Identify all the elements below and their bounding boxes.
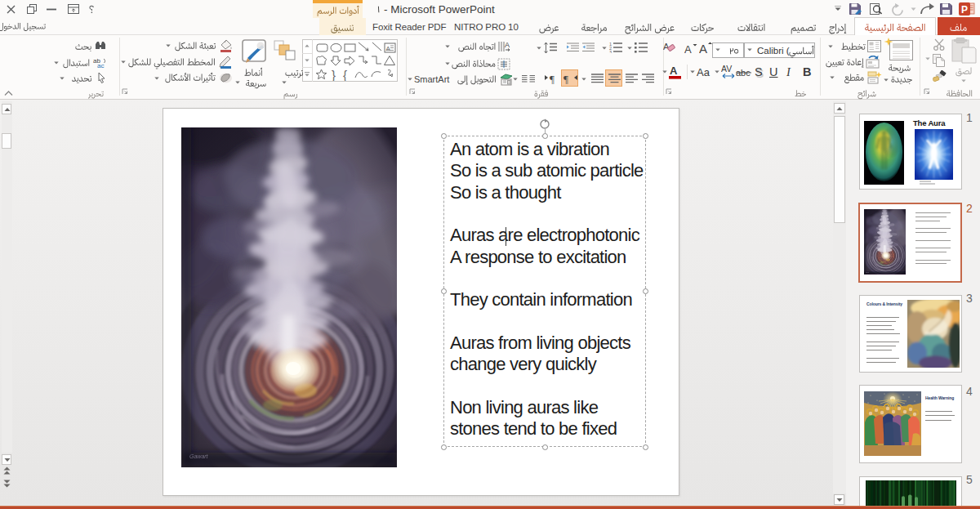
svg-text:{: { (343, 68, 347, 81)
svg-text:A: A (386, 45, 391, 52)
svg-text:ac: ac (97, 62, 104, 68)
svg-text:A: A (505, 41, 510, 49)
svg-text:A: A (699, 42, 707, 55)
svg-text:¶: ¶ (550, 73, 555, 85)
svg-text:AV: AV (721, 65, 732, 74)
svg-text:Gawart: Gawart (189, 453, 209, 459)
svg-text:A: A (684, 43, 692, 55)
svg-text:P: P (961, 4, 968, 16)
svg-text:¶: ¶ (564, 73, 568, 85)
svg-text:3: 3 (609, 50, 612, 54)
svg-text:A: A (670, 65, 678, 77)
svg-text:}: } (332, 68, 336, 81)
